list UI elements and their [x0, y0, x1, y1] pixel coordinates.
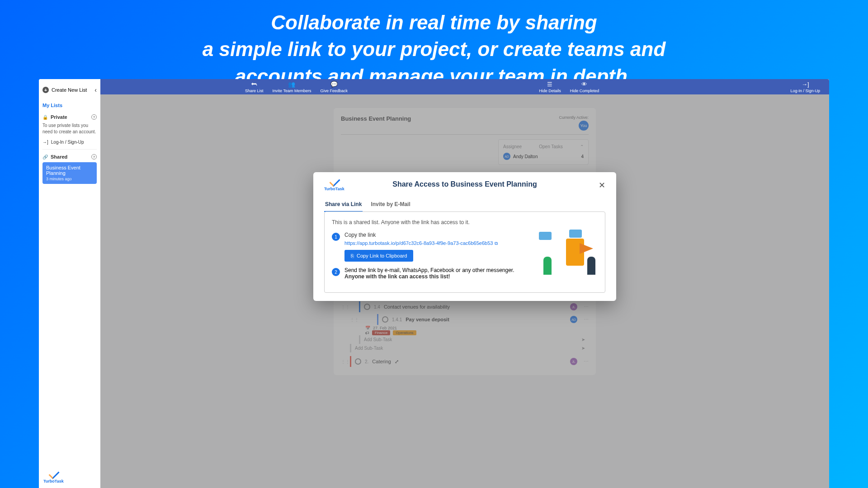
external-link-icon: ⧉ [495, 241, 498, 246]
brand-name: TurboTask [43, 479, 64, 483]
modal-brand-logo: TurboTask [324, 178, 344, 191]
list-item-name: Business Event Planning [46, 165, 93, 176]
shared-label: Shared [51, 154, 67, 160]
check-icon [48, 470, 58, 478]
login-icon: →] [802, 81, 809, 88]
tab-share-link[interactable]: Share via Link [324, 197, 363, 212]
topbar-login-button[interactable]: →] Log-In / Sign-Up [790, 81, 820, 93]
shared-section: Shared ? [42, 154, 97, 160]
topbar: ⮪ Share List 👥 Invite Team Members 💬 Giv… [100, 79, 829, 94]
lock-icon [42, 114, 48, 120]
share-icon: ⮪ [251, 81, 257, 88]
eye-icon: 👁 [581, 81, 587, 88]
share-illustration [539, 230, 598, 275]
check-icon [329, 178, 339, 186]
tab-invite-email[interactable]: Invite by E-Mail [370, 197, 411, 212]
hide-details-label: Hide Details [539, 89, 561, 93]
people-icon: 👥 [288, 81, 295, 88]
app-window: + Create New List ‹ My Lists Private ? T… [39, 79, 829, 488]
hide-completed-label: Hide Completed [570, 89, 599, 93]
feedback-label: Give Feedback [320, 89, 348, 93]
share-description: This is a shared list. Anyone with the l… [332, 219, 598, 225]
invite-members-button[interactable]: 👥 Invite Team Members [273, 81, 311, 93]
content-area: Business Event Planning Currently Active… [100, 94, 829, 488]
list-item-time: 3 minutes ago [46, 177, 93, 181]
share-modal: TurboTask Share Access to Business Event… [313, 172, 616, 301]
help-icon[interactable]: ? [91, 114, 97, 120]
private-section: Private ? [42, 114, 97, 120]
topbar-login-label: Log-In / Sign-Up [790, 89, 820, 93]
share-label: Share List [245, 89, 264, 93]
hide-details-button[interactable]: ☰ Hide Details [539, 81, 561, 93]
login-label: Log-In / Sign-Up [51, 140, 84, 145]
brand-logo: TurboTask [43, 470, 64, 483]
share-link[interactable]: https://app.turbotask.io/p/d67c32c6-8a93… [344, 240, 498, 246]
brand-name: TurboTask [324, 187, 344, 191]
close-button[interactable]: ✕ [599, 180, 605, 190]
create-new-list-button[interactable]: + Create New List ‹ [42, 84, 97, 96]
copy-button-label: Copy Link to Clipboard [357, 253, 407, 258]
modal-body: This is a shared list. Anyone with the l… [324, 211, 605, 293]
copy-link-button[interactable]: ⎘ Copy Link to Clipboard [344, 250, 413, 262]
chevron-left-icon[interactable]: ‹ [94, 86, 97, 94]
details-icon: ☰ [547, 81, 552, 88]
my-lists-heading: My Lists [42, 101, 97, 110]
sidebar-login-button[interactable]: →] Log-In / Sign-Up [42, 140, 97, 150]
help-icon[interactable]: ? [91, 154, 97, 160]
create-list-label: Create New List [52, 87, 87, 93]
share-list-button[interactable]: ⮪ Share List [245, 81, 264, 93]
step-number: 1 [332, 233, 340, 241]
feedback-icon: 💬 [330, 81, 338, 88]
private-message: To use private lists you need to create … [42, 122, 97, 135]
invite-label: Invite Team Members [273, 89, 311, 93]
login-icon: →] [42, 140, 48, 145]
modal-tabs: Share via Link Invite by E-Mail [324, 197, 605, 212]
copy-icon: ⎘ [351, 253, 354, 258]
link-icon [42, 154, 48, 160]
plus-icon: + [42, 87, 49, 93]
modal-title: Share Access to Business Event Planning [392, 180, 537, 188]
sidebar-list-item[interactable]: Business Event Planning 3 minutes ago [42, 162, 97, 184]
hide-completed-button[interactable]: 👁 Hide Completed [570, 81, 599, 93]
step-number: 2 [332, 268, 340, 276]
private-label: Private [51, 114, 67, 120]
give-feedback-button[interactable]: 💬 Give Feedback [320, 81, 348, 93]
sidebar: + Create New List ‹ My Lists Private ? T… [39, 79, 100, 488]
main-area: ⮪ Share List 👥 Invite Team Members 💬 Giv… [100, 79, 829, 488]
